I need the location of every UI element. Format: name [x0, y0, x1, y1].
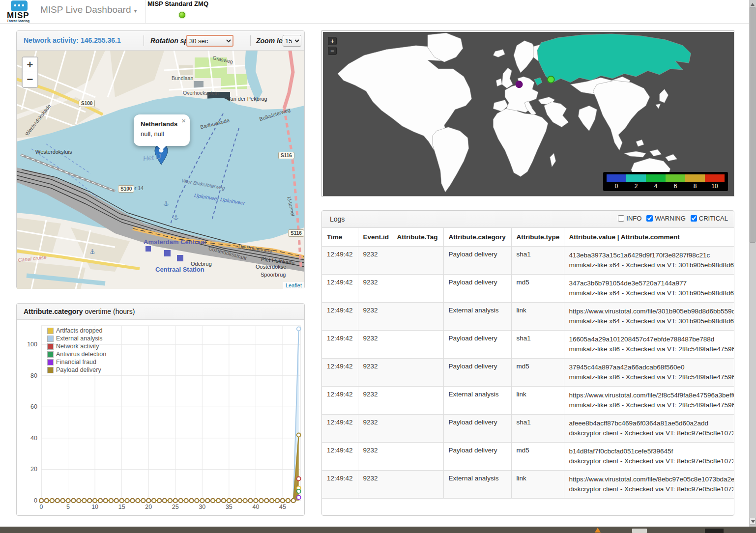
road-ref-badge: S100	[79, 100, 95, 107]
legend-swatch	[47, 336, 54, 342]
log-time: 12:49:42	[322, 303, 358, 331]
world-map-panel[interactable]: + − 0246810	[321, 30, 734, 196]
misp-logo-icon	[11, 0, 28, 11]
misp-logo[interactable]: MISP Threat Sharing	[6, 0, 34, 23]
dashboard-title-dropdown[interactable]: MISP Live Dashboard▾	[40, 4, 137, 15]
activity-dot-purple	[516, 81, 523, 88]
svg-text:80: 80	[30, 372, 37, 379]
map-zoom-out-button[interactable]: −	[23, 72, 37, 87]
header-divider	[144, 35, 144, 46]
log-event-id: 9232	[358, 359, 392, 387]
svg-text:40: 40	[252, 504, 259, 510]
road-ref-badge: S116	[288, 229, 304, 237]
scrollbar-up-arrow-icon[interactable]	[751, 1, 755, 6]
taskbar-warning-icon[interactable]	[595, 528, 601, 533]
logs-header-row: TimeEvent.idAttribute.TagAttribute.categ…	[322, 228, 734, 247]
world-map-zoom-control: + −	[328, 37, 337, 56]
log-attribute-category: External analysis	[443, 471, 511, 499]
header-divider	[250, 35, 251, 46]
log-time: 12:49:42	[322, 247, 358, 275]
log-attribute-tag	[392, 387, 443, 415]
color-scale-swatch	[607, 174, 626, 182]
svg-text:5: 5	[66, 504, 70, 510]
svg-text:0: 0	[40, 504, 43, 510]
popup-country-name: Netherlands	[141, 120, 177, 128]
log-attribute-type: sha1	[511, 331, 564, 359]
map-zoom-in-button[interactable]: +	[23, 57, 37, 72]
svg-text:⚓: ⚓	[173, 214, 179, 221]
logs-column-header: Attribute.Tag	[392, 228, 443, 247]
log-attribute-tag	[392, 303, 443, 331]
zoom-level-select[interactable]: 15	[283, 35, 301, 47]
log-attribute-type: sha1	[511, 247, 564, 275]
log-attribute-type: md5	[511, 275, 564, 303]
popup-close-icon[interactable]: ×	[181, 116, 186, 125]
filter-critical-checkbox[interactable]	[691, 215, 697, 222]
filter-info-checkbox[interactable]	[618, 215, 624, 222]
legend-label: Financial fraud	[56, 359, 96, 365]
filter-warning-checkbox[interactable]	[646, 215, 653, 222]
color-scale-tick: 0	[607, 182, 626, 190]
legend-label: Artifacts dropped	[56, 327, 103, 334]
log-row: 12:49:429232Payload deliverymd5347ac3b6b…	[322, 275, 734, 303]
legend-swatch	[47, 367, 54, 373]
misp-logo-subtext: Threat Sharing	[7, 19, 29, 23]
navbar-divider	[145, 0, 146, 24]
log-attribute-tag	[392, 443, 443, 471]
rotation-speed-select[interactable]: 30 sec	[186, 35, 233, 47]
color-scale-swatch	[646, 174, 666, 182]
svg-text:⚓: ⚓	[163, 200, 169, 207]
log-attribute-category: Payload delivery	[443, 415, 511, 443]
chart-legend: Artifacts droppedExternal analysisNetwor…	[47, 327, 106, 374]
log-attribute-category: Payload delivery	[443, 359, 511, 387]
logs-column-header: Time	[322, 228, 358, 247]
log-attribute-type: link	[511, 471, 564, 499]
navbar: MISP Threat Sharing MISP Live Dashboard▾…	[0, 0, 756, 24]
filter-warning[interactable]: WARNING	[646, 215, 685, 222]
log-attribute-category: Payload delivery	[443, 443, 511, 471]
leaflet-street-map[interactable]: ⚓ ⚓ ⚓ GraswegBundlaanOverhoekspleinVan d…	[17, 51, 304, 289]
popup-coordinates: null, null	[141, 130, 164, 138]
log-time: 12:49:42	[322, 331, 358, 359]
world-map-zoom-out-button[interactable]: −	[328, 47, 337, 55]
log-time: 12:49:42	[322, 275, 358, 303]
chevron-down-icon: ▾	[134, 7, 137, 14]
color-scale-tick: 8	[685, 182, 705, 190]
zmq-label: MISP Standard ZMQ	[147, 0, 208, 7]
color-scale-tick: 6	[666, 182, 685, 190]
chart-panel-header: Attribute.category overtime (hours)	[17, 304, 304, 320]
network-activity-title[interactable]: Network activity: 146.255.36.1	[24, 36, 121, 44]
page-scrollbar[interactable]	[749, 0, 756, 527]
svg-text:⚓: ⚓	[89, 248, 95, 255]
taskbar-button[interactable]	[632, 529, 647, 533]
log-attribute-type: md5	[511, 359, 564, 387]
log-event-id: 9232	[358, 331, 392, 359]
osm-map-graphic: ⚓ ⚓ ⚓	[17, 51, 304, 289]
leaflet-attribution-link[interactable]: Leaflet	[283, 282, 304, 289]
filter-info[interactable]: INFO	[618, 215, 641, 222]
log-attribute-type: link	[511, 303, 564, 331]
log-attribute-category: Payload delivery	[443, 331, 511, 359]
scrollbar-thumb[interactable]	[750, 7, 756, 243]
network-activity-panel: Network activity: 146.255.36.1 Rotation …	[16, 30, 305, 289]
legend-label: Payload delivery	[56, 366, 101, 373]
filter-critical[interactable]: CRITICAL	[691, 215, 728, 222]
logs-title: Logs	[330, 215, 345, 223]
color-scale-swatch	[705, 174, 725, 182]
zmq-status: MISP Standard ZMQ	[147, 0, 226, 24]
taskbar-button[interactable]	[705, 529, 724, 533]
log-time: 12:49:42	[322, 443, 358, 471]
road-ref-badge: S116	[278, 152, 294, 159]
legend-label: Network activity	[56, 343, 99, 350]
log-attribute-category: External analysis	[443, 387, 511, 415]
logs-panel: Logs INFOWARNINGCRITICAL TimeEvent.idAtt…	[321, 210, 734, 516]
log-row: 12:49:429232External analysislinkhttps:/…	[322, 471, 734, 499]
svg-text:10: 10	[91, 504, 98, 510]
scrollbar-down-arrow-icon[interactable]	[750, 518, 756, 525]
log-attribute-value: https://www.virustotal.com/file/301b905e…	[564, 303, 734, 331]
logs-panel-header: Logs INFOWARNINGCRITICAL	[322, 211, 734, 228]
activity-dot-green	[548, 76, 554, 83]
color-scale-tick: 10	[705, 182, 725, 190]
svg-text:25: 25	[172, 504, 179, 510]
world-map-zoom-in-button[interactable]: +	[328, 37, 337, 45]
